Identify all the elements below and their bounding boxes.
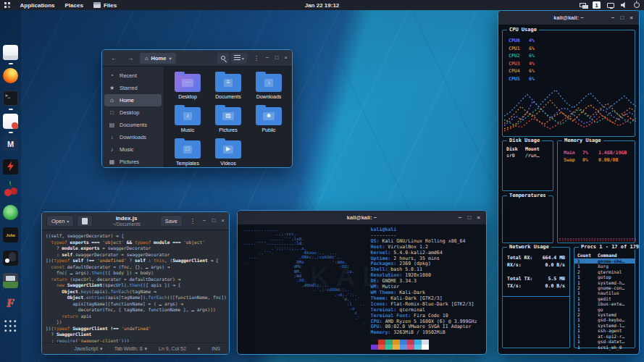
neofetch-line: Memory: 3263MiB / 19502MiB xyxy=(371,330,480,336)
terminal-title: kali@kali: ~ xyxy=(347,214,377,221)
cursor-position[interactable]: Ln 9, Col 52 xyxy=(159,346,186,351)
sidebar-item-starred[interactable]: ★Starred xyxy=(104,82,162,94)
list-view-icon xyxy=(234,55,241,61)
folder-downloads[interactable]: ↓Downloads xyxy=(248,70,289,103)
document-path: ~/Documents xyxy=(96,222,156,227)
code-line: })(typeof self !== 'undefined' ? self : … xyxy=(46,258,229,264)
process-row[interactable]: 1scsi_eh_0 xyxy=(577,345,633,350)
folder-public[interactable]: ☻Public xyxy=(248,103,289,136)
close-button[interactable]: × xyxy=(477,215,480,221)
process-row[interactable]: 1at-spi2-r… xyxy=(577,334,633,339)
process-row[interactable]: 1systemd-h… xyxy=(577,280,633,285)
forward-button[interactable]: → xyxy=(123,53,138,64)
sidebar-item-desktop[interactable]: □Desktop xyxy=(104,106,162,119)
green-creature-dock-item[interactable] xyxy=(1,205,20,220)
cpu-usage-box: CPU Usage CPU04%CPU16%CPU26%CPU34%CPU46%… xyxy=(502,30,635,137)
cherries-dock-item[interactable] xyxy=(1,182,20,197)
process-row[interactable]: 1gsd-keybo… xyxy=(577,317,633,322)
code-line: typeof exports === 'object' && typeof mo… xyxy=(46,240,229,246)
john-the-ripper-dock-item[interactable]: John xyxy=(1,227,20,243)
folder-templates[interactable]: □Templates xyxy=(167,136,208,168)
process-row[interactable]: 1gsd-datet… xyxy=(577,339,633,344)
sidebar-item-music[interactable]: ♪Music xyxy=(104,143,162,156)
new-document-button[interactable] xyxy=(77,215,93,227)
open-button[interactable]: Open ▾ xyxy=(46,215,74,227)
sidebar-item-documents[interactable]: ▤Documents xyxy=(104,119,162,131)
maximize-button[interactable]: □ xyxy=(467,215,471,221)
process-row[interactable]: 2systemd xyxy=(577,312,633,317)
language-selector[interactable]: JavaScript ▾ xyxy=(74,346,102,352)
tab-width-selector[interactable]: Tab Width: 8 ▾ xyxy=(114,346,147,352)
save-button[interactable]: Save xyxy=(160,215,183,227)
minimize-button[interactable]: − xyxy=(459,215,462,221)
process-row[interactable]: 1Xorg xyxy=(577,264,633,269)
minimize-button[interactable]: − xyxy=(266,55,269,61)
metasploit-dock-item[interactable]: M xyxy=(1,136,20,151)
bolt-box-dock-item[interactable] xyxy=(1,159,20,174)
network-divider xyxy=(503,296,569,297)
workspace-indicator[interactable]: 1 xyxy=(593,1,601,9)
path-bar[interactable]: ⌂ Home ▾ xyxy=(140,53,176,64)
terminal-window: kali@kali: ~ − □ × KALI .............. .… xyxy=(237,210,487,355)
folder-videos[interactable]: ▶Videos xyxy=(208,136,248,168)
code-editor-area[interactable]: ((self, swaggerDecorator) ⇒ { typeof exp… xyxy=(42,230,229,342)
sidebar-item-recent[interactable]: ◔Recent xyxy=(104,70,162,82)
workspace-grid-icon[interactable] xyxy=(4,2,10,8)
close-button[interactable]: × xyxy=(284,55,288,61)
folder-pictures[interactable]: ▨Pictures xyxy=(208,103,248,136)
process-row[interactable]: 1ssh-agent xyxy=(577,328,633,333)
text-editor-dock-item[interactable] xyxy=(1,114,20,129)
process-row[interactable]: 1gedit xyxy=(577,296,633,301)
maximize-button[interactable]: □ xyxy=(275,55,278,61)
sidebar-item-downloads[interactable]: ↓Downloads xyxy=(104,131,162,143)
sidebar-item-pictures[interactable]: ▦Pictures xyxy=(104,156,162,168)
power-icon[interactable] xyxy=(634,2,640,8)
process-row[interactable]: 2qterminal xyxy=(577,269,633,274)
process-row[interactable]: 1systemd-l… xyxy=(577,323,633,328)
files-dock-item[interactable] xyxy=(1,45,20,60)
places-menu[interactable]: Places xyxy=(65,2,83,9)
cpu-row: CPU46% xyxy=(509,67,635,75)
search-button[interactable] xyxy=(217,53,229,64)
close-button[interactable]: × xyxy=(221,218,225,224)
applications-menu[interactable]: Applications xyxy=(20,2,55,9)
process-row[interactable]: 1gotop xyxy=(577,274,633,279)
folder-desktop[interactable]: ···Desktop xyxy=(167,70,208,103)
firefox-dock-item[interactable] xyxy=(1,68,20,83)
back-button[interactable]: ← xyxy=(106,53,121,64)
volume-icon[interactable] xyxy=(621,2,627,9)
folder-icon: ≡ xyxy=(215,74,241,92)
process-row[interactable]: 1go xyxy=(577,307,633,312)
pictures-icon: ▦ xyxy=(109,159,115,165)
editor-menu-button[interactable]: ⋮ xyxy=(185,216,200,227)
view-options-button[interactable]: ▾ xyxy=(231,53,247,64)
process-row[interactable]: 1nautilus xyxy=(577,290,633,295)
sidebar-item-home[interactable]: ⌂Home xyxy=(104,94,162,106)
files-menu[interactable]: Files xyxy=(93,2,117,9)
statusbar-dropdown[interactable]: ▾ xyxy=(198,346,201,352)
minimize-button[interactable]: − xyxy=(611,15,615,21)
folder-music[interactable]: ♪Music xyxy=(167,103,208,136)
terminal-dock-item[interactable]: >_ xyxy=(1,90,20,106)
memory-usage-box: Memory Usage Main7%1.4GB/19GBSwap0%0.0B/… xyxy=(557,140,635,243)
maximize-button[interactable]: □ xyxy=(620,15,624,21)
terminal-body[interactable]: KALI .............. ..,;:ccc,. ......'''… xyxy=(238,224,486,354)
maximize-button[interactable]: □ xyxy=(212,218,215,224)
network-icon[interactable] xyxy=(580,3,586,7)
minimize-button[interactable]: − xyxy=(203,218,206,224)
process-row[interactable]: 2gnome-con… xyxy=(577,285,633,290)
letter-f-dock-item[interactable]: F xyxy=(1,296,20,311)
app-grid-dock-item[interactable] xyxy=(1,319,20,334)
bolt-box-icon xyxy=(3,159,18,174)
menu-button[interactable]: ⋮ xyxy=(249,53,264,64)
terminal-titlebar[interactable]: kali@kali: ~ − □ × xyxy=(238,211,486,224)
process-row[interactable]: 1ibus-exte… xyxy=(577,301,633,306)
close-button[interactable]: × xyxy=(630,15,633,21)
display-icon[interactable] xyxy=(607,3,614,8)
monitor-titlebar[interactable]: kali@kali: ~ − □ × xyxy=(498,11,639,25)
folder-documents[interactable]: ≡Documents xyxy=(208,70,248,103)
process-row[interactable]: 1gnome-she… xyxy=(574,258,635,264)
dog-dock-item[interactable] xyxy=(1,251,20,266)
sign-post-dock-item[interactable] xyxy=(1,273,20,288)
memory-row: Main7%1.4GB/19GB xyxy=(564,150,635,157)
